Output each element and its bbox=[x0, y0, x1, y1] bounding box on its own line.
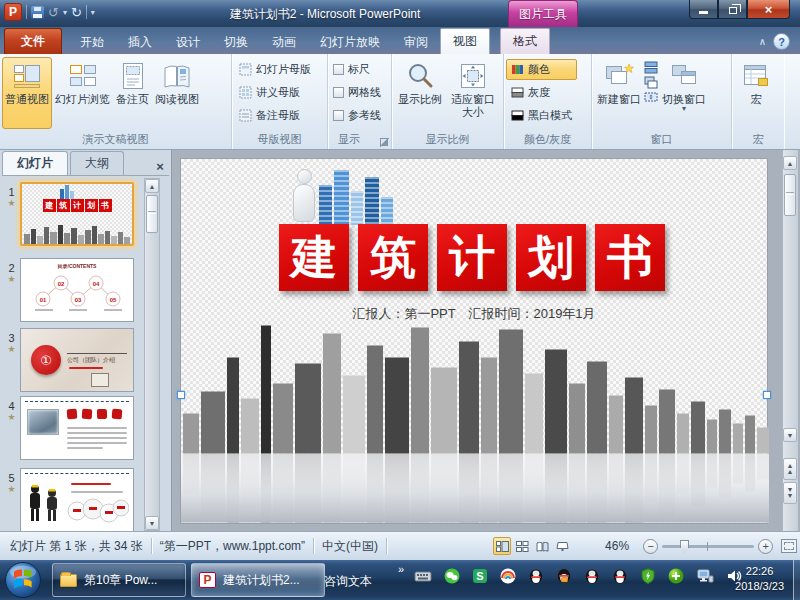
slide-title[interactable]: 建 筑 计 划 书 bbox=[279, 224, 665, 291]
zoom-slider-thumb[interactable] bbox=[680, 540, 689, 553]
powerpoint-app-icon[interactable]: P bbox=[4, 3, 22, 21]
show-desktop-button[interactable] bbox=[793, 560, 800, 600]
handout-master-button[interactable]: 讲义母版 bbox=[234, 82, 316, 103]
black-white-button[interactable]: 黑白模式 bbox=[506, 105, 577, 126]
slide-sorter-shortcut[interactable] bbox=[513, 537, 531, 555]
slide-thumbnail-1[interactable]: 建筑计划书 bbox=[20, 182, 138, 246]
tab-design[interactable]: 设计 bbox=[164, 30, 212, 54]
normal-view-button[interactable]: 普通视图 bbox=[2, 57, 52, 129]
switch-windows-button[interactable]: 切换窗口 ▾ bbox=[658, 57, 710, 129]
tab-outline[interactable]: 大纲 bbox=[70, 151, 124, 175]
taskbar-clock[interactable]: 22:26 2018/3/23 bbox=[735, 564, 784, 594]
next-slide-button[interactable]: ▼▼ bbox=[783, 482, 797, 504]
slide-thumbnail-5[interactable] bbox=[20, 468, 138, 532]
tab-format[interactable]: 格式 bbox=[500, 28, 550, 54]
language-indicator[interactable]: 中文(中国) bbox=[322, 538, 378, 555]
scrollbar-thumb[interactable] bbox=[784, 174, 796, 216]
security-shield-icon[interactable] bbox=[640, 568, 656, 584]
customize-qat-icon[interactable]: ▾ bbox=[91, 8, 95, 17]
animation-star-icon[interactable]: ★ bbox=[4, 412, 19, 422]
notes-page-button[interactable]: 备注页 bbox=[113, 57, 152, 129]
move-split-icon[interactable] bbox=[644, 91, 658, 104]
slide-sorter-button[interactable]: 幻灯片浏览 bbox=[52, 57, 113, 129]
sogou-icon[interactable]: S bbox=[472, 568, 488, 584]
qq-business-icon[interactable] bbox=[556, 568, 572, 584]
animation-star-icon[interactable]: ★ bbox=[4, 274, 19, 284]
gridlines-checkbox[interactable]: 网格线 bbox=[330, 82, 384, 103]
taskbar-folder-window[interactable]: 第10章 Pow... bbox=[52, 563, 186, 597]
tab-home[interactable]: 开始 bbox=[68, 30, 116, 54]
rainbow-input-icon[interactable] bbox=[500, 568, 516, 584]
reading-view-shortcut[interactable] bbox=[533, 537, 551, 555]
undo-dropdown-icon[interactable]: ▾ bbox=[63, 8, 67, 17]
tab-slideshow[interactable]: 幻灯片放映 bbox=[308, 30, 392, 54]
tab-animations[interactable]: 动画 bbox=[260, 30, 308, 54]
tab-transitions[interactable]: 切换 bbox=[212, 30, 260, 54]
scroll-down-button[interactable]: ▼ bbox=[783, 428, 797, 442]
zoom-level[interactable]: 46% bbox=[605, 539, 629, 553]
guides-checkbox[interactable]: 参考线 bbox=[330, 105, 384, 126]
language-keyboard-icon[interactable] bbox=[414, 568, 432, 584]
fit-to-window-button[interactable]: 适应窗口大小 bbox=[446, 57, 500, 129]
macros-button[interactable]: 宏 bbox=[734, 57, 778, 129]
zoom-in-button[interactable]: + bbox=[758, 539, 773, 554]
slide-figure-graphic[interactable] bbox=[289, 167, 413, 225]
ruler-checkbox[interactable]: 标尺 bbox=[330, 59, 384, 80]
scroll-up-button[interactable]: ▲ bbox=[145, 179, 159, 193]
zoom-button[interactable]: 显示比例 bbox=[394, 57, 446, 129]
network-icon[interactable] bbox=[696, 568, 714, 584]
slide-thumbnail-3[interactable]: ① 公司（团队）介绍 bbox=[20, 328, 138, 392]
scroll-up-button[interactable]: ▲ bbox=[783, 156, 797, 170]
scroll-down-button[interactable]: ▼ bbox=[145, 516, 159, 530]
animation-star-icon[interactable]: ★ bbox=[4, 484, 19, 494]
new-window-button[interactable]: 新建窗口 bbox=[594, 57, 644, 129]
grayscale-button[interactable]: 灰度 bbox=[506, 82, 577, 103]
qq-icon[interactable] bbox=[528, 568, 544, 584]
tab-slides[interactable]: 幻灯片 bbox=[2, 151, 68, 175]
selection-handle-right[interactable] bbox=[763, 391, 771, 399]
wechat-icon[interactable] bbox=[444, 568, 460, 584]
cascade-windows-icon[interactable] bbox=[644, 76, 658, 89]
animation-star-icon[interactable]: ★ bbox=[4, 344, 19, 354]
qq-icon[interactable] bbox=[612, 568, 628, 584]
scrollbar-thumb[interactable] bbox=[146, 195, 158, 233]
undo-icon[interactable]: ↺ bbox=[48, 6, 59, 19]
save-icon[interactable] bbox=[31, 6, 44, 19]
antivirus-ball-icon[interactable] bbox=[668, 568, 684, 584]
toolbar-overflow-icon[interactable]: » bbox=[398, 563, 404, 575]
slide-master-button[interactable]: 幻灯片母版 bbox=[234, 59, 316, 80]
notes-master-button[interactable]: 备注母版 bbox=[234, 105, 316, 126]
color-mode-button[interactable]: 颜色 bbox=[506, 59, 577, 80]
minimize-button[interactable] bbox=[689, 0, 718, 19]
close-panel-button[interactable]: × bbox=[151, 157, 169, 175]
restore-button[interactable] bbox=[718, 0, 747, 19]
fit-slide-to-window-button[interactable] bbox=[781, 539, 797, 553]
slideshow-shortcut[interactable] bbox=[553, 537, 571, 555]
qq-icon[interactable] bbox=[584, 568, 600, 584]
animation-star-icon[interactable]: ★ bbox=[4, 198, 19, 208]
tab-file[interactable]: 文件 bbox=[4, 28, 62, 54]
taskbar-powerpoint-window[interactable]: P 建筑计划书2... bbox=[191, 563, 325, 597]
zoom-out-button[interactable]: − bbox=[643, 539, 658, 554]
tab-review[interactable]: 审阅 bbox=[392, 30, 440, 54]
selection-handle-left[interactable] bbox=[177, 391, 185, 399]
normal-view-shortcut[interactable] bbox=[493, 537, 511, 555]
previous-slide-button[interactable]: ▲▲ bbox=[783, 458, 797, 480]
start-button[interactable] bbox=[4, 561, 42, 599]
reading-view-button[interactable]: 阅读视图 bbox=[152, 57, 202, 129]
close-button[interactable]: × bbox=[747, 0, 790, 19]
arrange-all-icon[interactable] bbox=[644, 61, 658, 74]
city-skyline-image[interactable] bbox=[181, 323, 769, 523]
taskbar-toolbar-label[interactable]: 咨询文本 bbox=[324, 573, 372, 590]
slide-subtitle[interactable]: 汇报人：第一PPT 汇报时间：2019年1月 bbox=[181, 305, 767, 323]
zoom-slider[interactable] bbox=[662, 545, 754, 548]
slide-thumbnail-4[interactable] bbox=[20, 396, 138, 460]
tab-view[interactable]: 视图 bbox=[440, 28, 490, 54]
help-button[interactable]: ? bbox=[773, 33, 790, 50]
tab-insert[interactable]: 插入 bbox=[116, 30, 164, 54]
slide-thumbnail-2[interactable]: 目录/CONTENTS 01 02 03 04 05 bbox=[20, 258, 138, 322]
slide-editing-area[interactable]: 建 筑 计 划 书 汇报人：第一PPT 汇报时间：2019年1月 bbox=[180, 158, 768, 524]
dialog-launcher-icon[interactable] bbox=[380, 138, 389, 147]
redo-icon[interactable]: ↻ bbox=[71, 6, 82, 19]
collapse-ribbon-icon[interactable]: ∧ bbox=[759, 36, 766, 47]
